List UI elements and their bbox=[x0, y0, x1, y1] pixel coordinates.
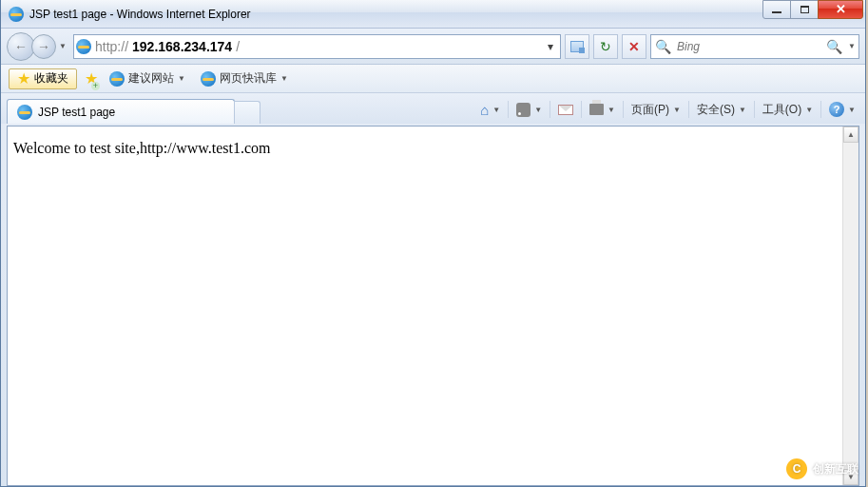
add-favorite-button[interactable]: ★ bbox=[85, 69, 98, 88]
search-box[interactable]: 🔍 🔍 ▼ bbox=[650, 34, 859, 59]
compat-icon bbox=[570, 41, 584, 52]
nav-toolbar: ← → ▼ http://192.168.234.174/ ▾ ↻ ✕ 🔍 🔍 … bbox=[1, 29, 865, 65]
stop-button[interactable]: ✕ bbox=[622, 34, 646, 59]
ie-icon bbox=[9, 7, 24, 22]
help-icon: ? bbox=[829, 102, 844, 117]
search-icon: 🔍 bbox=[655, 39, 671, 54]
search-input[interactable] bbox=[677, 40, 820, 53]
help-button[interactable]: ?▼ bbox=[825, 99, 859, 120]
vertical-scrollbar[interactable]: ▲ ▼ bbox=[842, 127, 858, 485]
page-body: Welcome to test site,http://www.test1.co… bbox=[8, 127, 842, 485]
forward-button[interactable]: → bbox=[31, 34, 56, 59]
address-input[interactable] bbox=[243, 39, 539, 54]
print-button[interactable]: ▼ bbox=[586, 99, 619, 120]
command-bar: ⌂▼ ▼ ▼ 页面(P)▼ 安全(S)▼ 工具(O)▼ ?▼ bbox=[476, 99, 859, 124]
page-menu[interactable]: 页面(P)▼ bbox=[627, 99, 685, 120]
tools-menu[interactable]: 工具(O)▼ bbox=[759, 99, 817, 120]
tools-label: 工具(O) bbox=[762, 102, 801, 118]
address-dropdown[interactable]: ▾ bbox=[543, 40, 558, 53]
close-button[interactable]: ✕ bbox=[818, 0, 863, 19]
ie-icon bbox=[201, 71, 216, 87]
rss-icon bbox=[516, 103, 530, 117]
mail-icon bbox=[558, 105, 573, 115]
maximize-button[interactable] bbox=[790, 0, 819, 19]
favorites-bar: ★ 收藏夹 ★ 建议网站 ▼ 网页快讯库 ▼ bbox=[1, 65, 865, 93]
ie-icon bbox=[17, 105, 32, 120]
watermark: C 创新互联 bbox=[786, 458, 858, 479]
watermark-badge-icon: C bbox=[786, 458, 807, 479]
favorites-button[interactable]: ★ 收藏夹 bbox=[9, 68, 77, 89]
stop-icon: ✕ bbox=[628, 39, 640, 54]
search-provider-dropdown[interactable]: ▼ bbox=[848, 42, 856, 50]
home-icon: ⌂ bbox=[480, 102, 489, 118]
minimize-button[interactable] bbox=[762, 0, 791, 19]
content-area: Welcome to test site,http://www.test1.co… bbox=[7, 126, 859, 486]
address-bar[interactable]: http://192.168.234.174/ ▾ bbox=[73, 34, 561, 59]
nav-history-dropdown[interactable]: ▼ bbox=[56, 32, 69, 61]
window-title: JSP test1 page - Windows Internet Explor… bbox=[29, 8, 251, 21]
printer-icon bbox=[589, 104, 604, 115]
scroll-up-button[interactable]: ▲ bbox=[843, 127, 858, 143]
refresh-button[interactable]: ↻ bbox=[593, 34, 618, 59]
search-go-icon[interactable]: 🔍 bbox=[826, 39, 842, 54]
chevron-down-icon: ▼ bbox=[280, 74, 288, 83]
webslice-label: 网页快讯库 bbox=[220, 70, 277, 87]
web-slice-link[interactable]: 网页快讯库 ▼ bbox=[197, 70, 292, 87]
suggested-label: 建议网站 bbox=[128, 70, 174, 87]
window-controls: ✕ bbox=[763, 0, 863, 19]
chevron-down-icon: ▼ bbox=[178, 74, 185, 83]
read-mail-button[interactable] bbox=[554, 99, 577, 120]
compat-view-button[interactable] bbox=[565, 34, 589, 59]
browser-window: JSP test1 page - Windows Internet Explor… bbox=[0, 0, 866, 487]
suggested-sites-link[interactable]: 建议网站 ▼ bbox=[106, 70, 189, 87]
tab-active[interactable]: JSP test1 page bbox=[7, 99, 235, 124]
safety-menu[interactable]: 安全(S)▼ bbox=[693, 99, 750, 120]
star-icon: ★ bbox=[17, 69, 30, 88]
titlebar: JSP test1 page - Windows Internet Explor… bbox=[1, 0, 865, 29]
favorites-label: 收藏夹 bbox=[34, 70, 68, 87]
new-tab-button[interactable] bbox=[234, 101, 260, 124]
url-prefix: http:// bbox=[95, 39, 128, 54]
tab-bar: JSP test1 page ⌂▼ ▼ ▼ 页面(P)▼ 安全(S)▼ 工具(O… bbox=[1, 93, 865, 124]
home-button[interactable]: ⌂▼ bbox=[476, 99, 504, 120]
refresh-icon: ↻ bbox=[600, 39, 611, 54]
feeds-button[interactable]: ▼ bbox=[512, 99, 546, 120]
url-host: 192.168.234.174 bbox=[132, 39, 232, 54]
safety-label: 安全(S) bbox=[697, 102, 735, 118]
ie-icon bbox=[109, 71, 125, 87]
tab-title: JSP test1 page bbox=[38, 106, 115, 119]
site-icon bbox=[76, 39, 91, 54]
watermark-text: 创新互联 bbox=[813, 461, 858, 477]
page-label: 页面(P) bbox=[631, 102, 669, 118]
url-suffix: / bbox=[236, 39, 240, 54]
